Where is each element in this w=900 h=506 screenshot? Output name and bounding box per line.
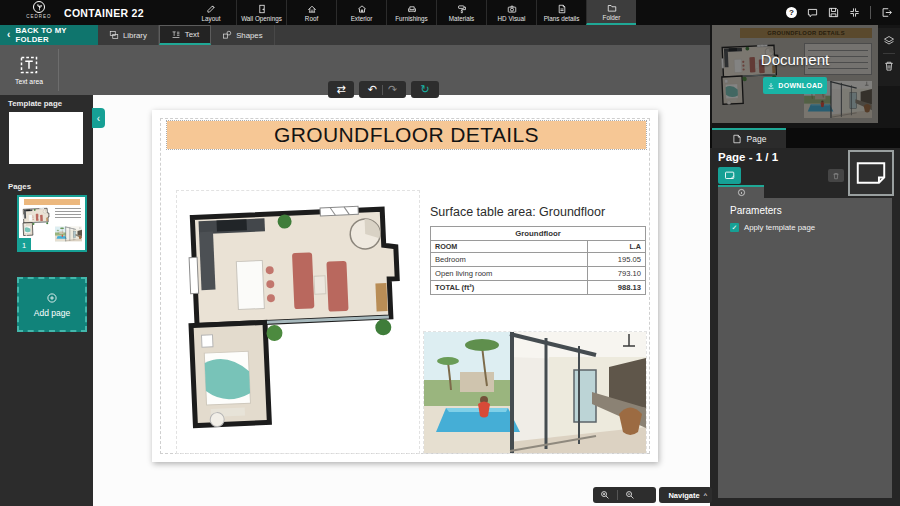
page-1-thumbnail[interactable]: 1	[17, 195, 87, 252]
text-area-tool[interactable]: Text area	[7, 48, 51, 92]
caret-up-icon: ^	[704, 492, 707, 499]
text-area-icon	[19, 55, 39, 75]
page-icon	[732, 134, 742, 144]
plus-circle-icon	[46, 292, 58, 304]
comment-icon[interactable]	[807, 7, 818, 18]
apply-template-row: ✓ Apply template page	[730, 223, 815, 232]
floor-plan-block[interactable]	[176, 190, 420, 454]
interior-photo-image	[424, 332, 646, 453]
landscape-page-icon	[856, 161, 886, 185]
pencil-icon	[206, 4, 216, 14]
sidebar-collapse-button[interactable]: ‹	[92, 108, 105, 128]
help-icon[interactable]: ?	[786, 7, 797, 18]
thumb-title-banner	[24, 199, 80, 205]
table-row: Open living room 793.10	[431, 267, 646, 281]
cedreo-logo-icon	[33, 1, 45, 13]
header-icon-group: ?	[786, 0, 892, 25]
sub-nav: ‹ BACK TO MY FOLDER Library Text Shapes	[0, 25, 710, 45]
top-tab-bar: Layout Wall Openings Roof Exterior Furni…	[186, 0, 636, 25]
undo-redo-group: ↶ ↷	[359, 81, 406, 98]
tab-materials[interactable]: Materials	[436, 0, 486, 25]
pages-label: Pages	[8, 182, 31, 191]
thumb-photo	[55, 225, 82, 243]
navigate-button[interactable]: Navigate ^	[659, 487, 712, 503]
tab-exterior[interactable]: Exterior	[336, 0, 386, 25]
document-canvas[interactable]: GROUNDFLOOR DETAILS Surface table area: …	[93, 95, 710, 506]
tab-hd-visual[interactable]: HD Visual	[486, 0, 536, 25]
document-page[interactable]: GROUNDFLOOR DETAILS Surface table area: …	[152, 110, 658, 462]
save-icon[interactable]	[828, 7, 839, 18]
sofa-icon	[407, 4, 417, 14]
zoom-out-button[interactable]	[618, 490, 642, 500]
tab-folder[interactable]: Folder	[586, 0, 636, 25]
tab-library[interactable]: Library	[98, 25, 159, 45]
parameters-label: Parameters	[730, 205, 782, 216]
table-columns-row: ROOM L.A	[431, 241, 646, 253]
zoom-in-button[interactable]	[593, 490, 617, 500]
table-header-row: Groundfloor	[431, 227, 646, 241]
tab-shapes[interactable]: Shapes	[211, 25, 274, 45]
undo-icon[interactable]: ↶	[363, 84, 382, 95]
right-panel-tab-bar: Page	[710, 128, 900, 148]
plan-document-icon	[557, 4, 567, 14]
tab-plans-details[interactable]: Plans details	[536, 0, 586, 25]
top-bar: CEDREO CONTAINER 22 Layout Wall Openings…	[0, 0, 900, 25]
door-icon	[257, 4, 267, 14]
text-icon	[171, 30, 181, 40]
folder-icon	[607, 3, 617, 13]
interior-photo-block[interactable]	[423, 331, 647, 454]
info-tab[interactable]	[718, 185, 764, 198]
cedreo-logo: CEDREO	[22, 1, 56, 24]
tab-roof[interactable]: Roof	[286, 0, 336, 25]
shapes-icon	[222, 30, 232, 40]
page-orientation-selector[interactable]	[848, 150, 894, 196]
table-total-row: TOTAL (ft²) 988.13	[431, 281, 646, 295]
preview-side-toolbar	[878, 28, 900, 86]
add-page-button[interactable]: Add page	[17, 277, 87, 332]
delete-page-button[interactable]	[828, 169, 844, 182]
tab-page[interactable]: Page	[712, 128, 786, 148]
project-title: CONTAINER 22	[64, 7, 144, 19]
shrink-icon[interactable]	[849, 7, 860, 18]
document-label: Document	[712, 51, 878, 68]
back-to-folder-button[interactable]: ‹ BACK TO MY FOLDER	[0, 25, 98, 45]
cedreo-logo-text: CEDREO	[26, 14, 51, 19]
duplicate-page-icon	[724, 170, 736, 181]
template-page-thumbnail[interactable]	[9, 112, 83, 164]
tab-wall-openings[interactable]: Wall Openings	[236, 0, 286, 25]
tab-text[interactable]: Text	[159, 25, 211, 45]
page-number-badge: 1	[17, 238, 31, 252]
table-row: Bedroom 195.05	[431, 253, 646, 267]
info-icon	[737, 188, 746, 197]
document-preview[interactable]: GROUNDFLOOR DETAILS Document DOWNLOAD	[712, 25, 878, 123]
page-settings-panel: Page - 1 / 1 Parameters ✓ Apply template…	[710, 148, 900, 506]
trash-small-icon	[832, 172, 840, 180]
camera-icon	[507, 4, 517, 14]
preview-overlay	[712, 25, 878, 123]
tool-divider	[58, 49, 59, 91]
exit-icon[interactable]	[881, 7, 892, 18]
download-button[interactable]: DOWNLOAD	[763, 77, 827, 94]
right-panel: GROUNDFLOOR DETAILS Document DOWNLOAD Pa…	[710, 25, 900, 506]
thumb-floor-plan	[21, 206, 52, 239]
zoom-controls	[593, 487, 656, 503]
floor-plan-image	[177, 191, 419, 453]
roof-icon	[307, 4, 317, 14]
layers-icon[interactable]	[883, 35, 895, 47]
apply-template-checkbox[interactable]: ✓	[730, 223, 739, 232]
swap-button[interactable]: ⇄	[328, 81, 354, 98]
tab-furnishings[interactable]: Furnishings	[386, 0, 436, 25]
template-page-label: Template page	[8, 99, 62, 108]
refresh-button[interactable]: ↻	[411, 81, 439, 98]
header-divider	[870, 6, 871, 19]
refresh-icon: ↻	[415, 84, 434, 95]
tab-layout[interactable]: Layout	[186, 0, 236, 25]
zoom-out-icon	[625, 490, 635, 500]
tool-row: Text area	[0, 45, 710, 95]
redo-icon[interactable]: ↷	[383, 84, 402, 95]
trash-icon[interactable]	[883, 60, 895, 72]
duplicate-page-button[interactable]	[718, 167, 741, 184]
parameters-panel: Parameters ✓ Apply template page	[718, 198, 892, 498]
surface-table[interactable]: Groundfloor ROOM L.A Bedroom 195.05 Open…	[430, 226, 646, 295]
page-title-banner[interactable]: GROUNDFLOOR DETAILS	[167, 121, 646, 149]
